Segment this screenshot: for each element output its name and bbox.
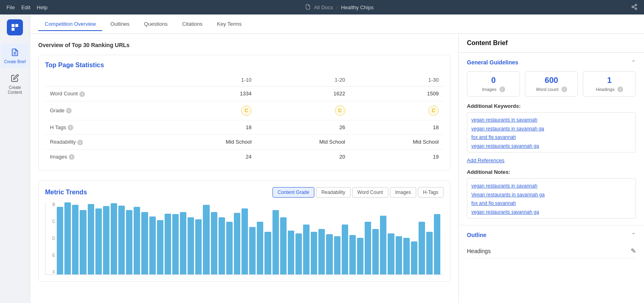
- chart-bar[interactable]: [380, 216, 386, 274]
- chart-bar[interactable]: [188, 217, 194, 274]
- keyword-item[interactable]: vegan restaurants savannah ga: [471, 142, 632, 151]
- images-info-icon[interactable]: i: [500, 87, 505, 92]
- tab-key-terms[interactable]: Key Terms: [211, 18, 248, 31]
- keywords-list-box: vegan restaurants in savannahvegan resta…: [467, 112, 636, 153]
- keyword-item[interactable]: vegan restaurants in savannah: [471, 116, 632, 125]
- chart-bar[interactable]: [295, 233, 302, 274]
- stat-headings-value: 1: [607, 76, 611, 85]
- chart-bar[interactable]: [126, 210, 132, 275]
- keyword-item[interactable]: fox and fig savannah: [471, 133, 632, 142]
- wordcount-info-icon[interactable]: i: [561, 87, 567, 92]
- chart-bar[interactable]: [195, 219, 202, 274]
- chart-bar[interactable]: [434, 214, 440, 274]
- tab-citations[interactable]: Citations: [175, 18, 209, 31]
- chart-bar[interactable]: [419, 222, 425, 275]
- note-item[interactable]: vegan restaurants savannah ga: [471, 208, 632, 217]
- menu-file[interactable]: File: [6, 4, 15, 10]
- chart-bar[interactable]: [403, 238, 410, 274]
- stat-headings-card: 1 Headings i: [583, 71, 636, 97]
- chart-bar[interactable]: [226, 222, 233, 275]
- chart-bar[interactable]: [64, 202, 71, 274]
- chart-bar[interactable]: [165, 214, 171, 275]
- guidelines-stats: 0 Images i 600 Word count i: [467, 71, 636, 97]
- chart-bar[interactable]: [272, 210, 279, 275]
- breadcrumb-all-docs[interactable]: All Docs: [314, 4, 333, 10]
- chart-bar[interactable]: [357, 238, 363, 274]
- chart-bar[interactable]: [264, 232, 271, 274]
- keyword-item[interactable]: vegan restaurants in savannah ga: [471, 125, 632, 134]
- row-info-icon[interactable]: i: [68, 125, 73, 130]
- chart-bar[interactable]: [203, 205, 209, 275]
- chart-bar[interactable]: [365, 222, 371, 275]
- chart-bar[interactable]: [342, 225, 348, 274]
- chart-bar[interactable]: [72, 205, 78, 275]
- menu-edit[interactable]: Edit: [21, 4, 30, 10]
- chart-bar[interactable]: [426, 232, 433, 274]
- chart-bar[interactable]: [111, 203, 117, 274]
- chart-bar[interactable]: [288, 231, 294, 275]
- stats-col-1: 1-10: [163, 74, 256, 87]
- note-item[interactable]: fox and fig savannah: [471, 199, 632, 208]
- chart-bar[interactable]: [88, 204, 94, 274]
- trend-button[interactable]: Word Count: [352, 187, 388, 198]
- stat-wordcount-value: 600: [545, 76, 558, 85]
- chart-bar[interactable]: [149, 216, 156, 274]
- tab-questions[interactable]: Questions: [138, 18, 174, 31]
- note-item[interactable]: vegan restaurants in savannah: [471, 182, 632, 191]
- row-info-icon[interactable]: i: [77, 140, 83, 145]
- chart-bar[interactable]: [249, 227, 256, 275]
- chart-bar[interactable]: [80, 210, 86, 275]
- sidebar-create-brief[interactable]: Create Brief: [1, 43, 29, 68]
- chart-bar[interactable]: [396, 236, 402, 274]
- chart-bar[interactable]: [103, 206, 109, 274]
- chart-bar[interactable]: [234, 213, 240, 274]
- chart-bar[interactable]: [134, 207, 140, 274]
- chart-bar[interactable]: [318, 229, 325, 274]
- chart-bar[interactable]: [118, 206, 125, 275]
- chart-bar[interactable]: [242, 208, 248, 274]
- note-item[interactable]: Vegan restaurants in savannah ga: [471, 191, 632, 200]
- trend-button[interactable]: H-Tags: [418, 187, 444, 198]
- chart-bar[interactable]: [157, 220, 163, 274]
- note-item[interactable]: vegan restaurants savannah: [471, 216, 632, 218]
- chart-bar[interactable]: [141, 212, 148, 274]
- tab-competition-overview[interactable]: Competition Overview: [38, 18, 102, 31]
- chart-bar[interactable]: [95, 208, 102, 274]
- headings-info-icon[interactable]: i: [617, 87, 623, 92]
- menu-help[interactable]: Help: [37, 4, 47, 10]
- keyword-item[interactable]: vegan restaurants savannah: [471, 150, 632, 153]
- chart-bar[interactable]: [372, 229, 379, 274]
- chart-bar[interactable]: [326, 234, 332, 274]
- share-icon[interactable]: [631, 4, 638, 11]
- additional-keywords-label: Additional Keywords:: [467, 103, 636, 109]
- trend-button[interactable]: Readability: [316, 187, 350, 198]
- chart-bar[interactable]: [411, 241, 417, 274]
- chart-bar[interactable]: [303, 225, 310, 274]
- row-info-icon[interactable]: i: [79, 91, 85, 97]
- chart-bar[interactable]: [57, 207, 63, 274]
- guidelines-chevron-icon[interactable]: ⌃: [631, 59, 636, 66]
- trend-button[interactable]: Content Grade: [272, 187, 315, 198]
- row-info-icon[interactable]: i: [69, 154, 74, 160]
- outline-chevron-icon[interactable]: ⌃: [631, 232, 636, 238]
- chart-bar[interactable]: [334, 236, 341, 274]
- tab-bar: Competition Overview Outlines Questions …: [30, 14, 644, 34]
- chart-bar[interactable]: [257, 222, 263, 275]
- chart-bar[interactable]: [211, 212, 217, 274]
- headings-edit-icon[interactable]: ✎: [631, 247, 636, 255]
- chart-bar[interactable]: [280, 217, 287, 274]
- chart-bar[interactable]: [311, 232, 317, 274]
- chart-bar[interactable]: [349, 235, 356, 275]
- trend-button[interactable]: Images: [390, 187, 416, 198]
- chart-bar[interactable]: [180, 212, 186, 274]
- tab-outlines[interactable]: Outlines: [104, 18, 136, 31]
- add-references-link[interactable]: Add References: [467, 157, 504, 163]
- trends-title: Metric Trends: [45, 189, 87, 196]
- main-panel: Overview of Top 30 Ranking URLs Top Page…: [30, 34, 459, 303]
- chart-bar[interactable]: [172, 214, 179, 274]
- chart-bar[interactable]: [219, 217, 225, 274]
- sidebar-create-content[interactable]: Create Content: [1, 69, 29, 98]
- chart-bar[interactable]: [388, 233, 394, 274]
- app-layout: Create Brief Create Content Competition …: [0, 14, 644, 303]
- row-info-icon[interactable]: i: [66, 108, 72, 113]
